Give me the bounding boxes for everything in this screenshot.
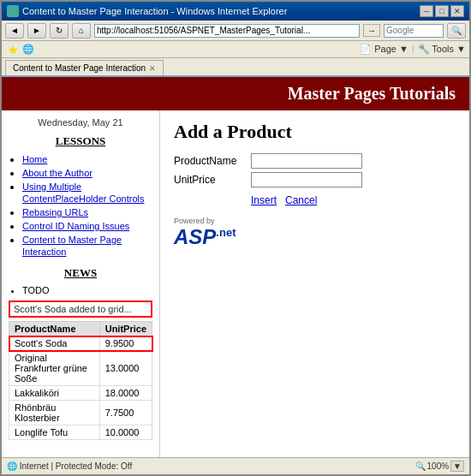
address-input[interactable] — [94, 24, 360, 38]
page-title: Add a Product — [174, 121, 456, 143]
unit-price-row: UnitPrice — [174, 172, 456, 187]
minimize-button[interactable]: ─ — [420, 5, 433, 17]
refresh-button[interactable]: ↻ — [50, 23, 69, 39]
tab-bar: Content to Master Page Interaction ✕ — [2, 58, 469, 77]
asp-logo-text: ASP.net — [174, 227, 236, 247]
page-menu[interactable]: 📄 Page ▼ — [360, 44, 408, 55]
home-button[interactable]: ⌂ — [72, 23, 91, 39]
sidebar-date: Wednesday, May 21 — [9, 117, 152, 128]
add-product-form: ProductName UnitPrice — [174, 153, 456, 187]
browser-icon — [7, 5, 19, 17]
product-name-cell: Rhönbräu Klosterbier — [9, 401, 100, 425]
tab-label: Content to Master Page Interaction — [13, 63, 146, 73]
search-button[interactable]: 🔍 — [447, 23, 466, 39]
unit-price-label: UnitPrice — [174, 174, 251, 186]
main-content: Add a Product ProductName UnitPrice Inse… — [160, 110, 469, 457]
sidebar: Wednesday, May 21 LESSONS Home About the… — [2, 110, 160, 457]
table-row: Lakkaliköri18.0000 — [9, 386, 152, 401]
unit-price-cell: 9.9500 — [99, 336, 152, 351]
multiple-placeholder-link[interactable]: Using Multiple ContentPlaceHolder Contro… — [22, 181, 144, 204]
unit-price-cell: 18.0000 — [99, 386, 152, 401]
status-text: 🌐 Internet | Protected Mode: Off — [7, 461, 132, 471]
list-item: Home — [22, 153, 152, 165]
unit-price-input[interactable] — [251, 172, 362, 187]
site-header: Master Pages Tutorials — [2, 77, 469, 110]
control-id-link[interactable]: Control ID Naming Issues — [22, 221, 129, 231]
favorites-icon[interactable]: ★ — [5, 43, 21, 57]
menu-bar-right: 📄 Page ▼ | 🔧 Tools ▼ — [360, 44, 466, 55]
table-row: Longlife Tofu10.0000 — [9, 425, 152, 440]
page-content: Master Pages Tutorials Wednesday, May 21… — [2, 77, 469, 457]
back-button[interactable]: ◄ — [5, 23, 24, 39]
list-item: TODO — [22, 285, 152, 295]
unit-price-cell: 10.0000 — [99, 425, 152, 440]
lessons-list: Home About the Author Using Multiple Con… — [9, 153, 152, 258]
notification-text: Scott's Soda added to grid... — [14, 304, 132, 314]
list-item: Control ID Naming Issues — [22, 220, 152, 232]
product-name-cell: Longlife Tofu — [9, 425, 100, 440]
address-bar: ◄ ► ↻ ⌂ → 🔍 — [2, 21, 469, 41]
zoom-control: 🔍 100% ▼ — [415, 461, 464, 472]
list-item: About the Author — [22, 167, 152, 179]
notification-box: Scott's Soda added to grid... — [9, 300, 152, 318]
product-name-cell: Original Frankfurter grüne Soße — [9, 351, 100, 386]
go-button[interactable]: → — [363, 24, 380, 37]
status-label: Internet | Protected Mode: Off — [20, 461, 132, 471]
insert-button[interactable]: Insert — [251, 194, 277, 206]
status-bar: 🌐 Internet | Protected Mode: Off 🔍 100% … — [2, 457, 469, 474]
product-name-label: ProductName — [174, 155, 251, 167]
tools-menu[interactable]: 🔧 Tools ▼ — [418, 44, 466, 55]
product-grid: ProductName UnitPrice Scott's Soda9.9500… — [9, 321, 152, 440]
news-item-todo: TODO — [22, 285, 50, 295]
list-item: Content to Master Page Interaction — [22, 234, 152, 258]
dotnet-text: .net — [216, 226, 236, 239]
news-list: TODO — [9, 285, 152, 295]
title-bar: Content to Master Page Interaction - Win… — [2, 2, 469, 21]
form-actions: Insert Cancel — [251, 194, 456, 206]
maximize-button[interactable]: □ — [435, 5, 449, 17]
window-title: Content to Master Page Interaction - Win… — [22, 6, 287, 16]
table-row: Rhönbräu Klosterbier7.7500 — [9, 401, 152, 425]
active-tab[interactable]: Content to Master Page Interaction ✕ — [5, 60, 164, 75]
rebasing-link[interactable]: Rebasing URLs — [22, 207, 88, 217]
product-name-cell: Lakkaliköri — [9, 386, 100, 401]
forward-button[interactable]: ► — [27, 23, 46, 39]
search-input[interactable] — [384, 24, 444, 38]
list-item: Using Multiple ContentPlaceHolder Contro… — [22, 181, 152, 205]
unit-price-cell: 7.7500 — [99, 401, 152, 425]
unit-price-cell: 13.0000 — [99, 351, 152, 386]
site-title: Master Pages Tutorials — [288, 84, 456, 103]
product-name-cell: Scott's Soda — [9, 336, 100, 351]
main-layout: Wednesday, May 21 LESSONS Home About the… — [2, 110, 469, 457]
globe-icon: 🌐 — [7, 461, 17, 471]
author-link[interactable]: About the Author — [22, 168, 92, 178]
status-right: 🔍 100% ▼ — [415, 461, 464, 472]
column-header-productname: ProductName — [9, 322, 100, 336]
zoom-level: 100% — [427, 461, 450, 471]
zoom-icon: 🔍 — [415, 461, 426, 471]
title-bar-buttons: ─ □ ✕ — [420, 5, 464, 17]
lessons-title: LESSONS — [9, 134, 152, 148]
aspnet-logo: Powered by ASP.net — [174, 217, 456, 247]
tab-close-button[interactable]: ✕ — [149, 64, 156, 73]
close-button[interactable]: ✕ — [450, 5, 464, 17]
table-header-row: ProductName UnitPrice — [9, 322, 152, 336]
powered-by-text: Powered by — [174, 217, 215, 225]
table-row: Original Frankfurter grüne Soße13.0000 — [9, 351, 152, 386]
product-name-input[interactable] — [251, 153, 362, 169]
column-header-unitprice: UnitPrice — [99, 322, 152, 336]
news-title: NEWS — [9, 266, 152, 280]
browser-window: Content to Master Page Interaction - Win… — [0, 0, 471, 476]
home-link[interactable]: Home — [22, 154, 47, 164]
cancel-button[interactable]: Cancel — [285, 194, 317, 206]
title-bar-left: Content to Master Page Interaction - Win… — [7, 5, 287, 17]
zoom-dropdown[interactable]: ▼ — [450, 461, 464, 472]
menu-bar: ★ 🌐 📄 Page ▼ | 🔧 Tools ▼ — [2, 41, 469, 58]
tab-icon: 🌐 — [22, 44, 34, 55]
product-name-row: ProductName — [174, 153, 456, 169]
interaction-link[interactable]: Content to Master Page Interaction — [22, 235, 122, 257]
table-row: Scott's Soda9.9500 — [9, 336, 152, 351]
list-item: Rebasing URLs — [22, 206, 152, 218]
